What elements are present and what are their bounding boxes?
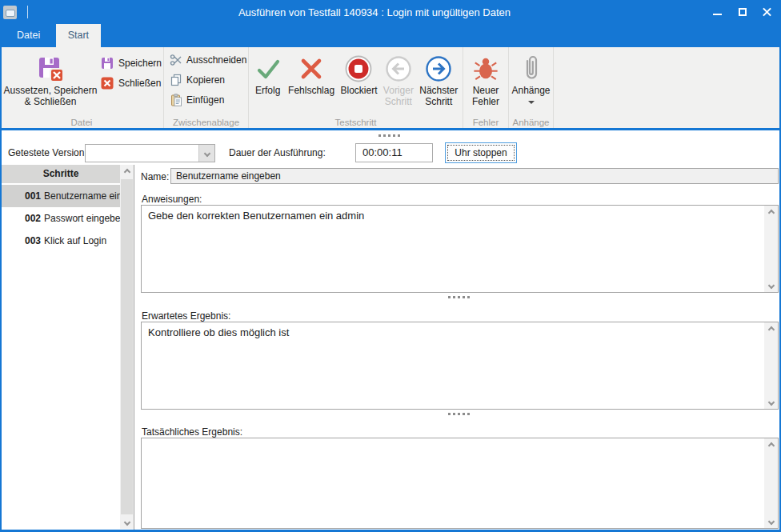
scroll-up-button[interactable]: [120, 165, 134, 178]
datei-small-buttons: Speichern Schließen: [101, 50, 162, 128]
scroll-down-button[interactable]: [120, 515, 134, 529]
chevron-down-icon: [767, 398, 774, 405]
ausschneiden-label: Ausschneiden: [186, 54, 246, 66]
erwartetes-ergebnis-label: Erwartetes Ergebnis:: [142, 310, 230, 322]
tab-datei[interactable]: Datei: [5, 24, 52, 47]
scroll-down-button[interactable]: [764, 278, 778, 292]
ribbon-group-testschritt: Erfolg Fehlschlag Blocki: [249, 47, 463, 128]
chevron-down-icon: [203, 150, 210, 156]
erwartetes-scrollbar[interactable]: [764, 322, 778, 409]
kopieren-label: Kopieren: [186, 74, 225, 86]
version-dropdown-button[interactable]: [198, 145, 214, 162]
anhaenge-dropdown-caret-icon: [528, 101, 535, 104]
paste-icon: [169, 93, 182, 106]
previous-step-icon: [384, 53, 413, 85]
test-run-window: Ausführen von Testfall 140934 : Login mi…: [0, 0, 781, 532]
minimize-icon: [713, 14, 722, 15]
version-label: Getestete Version:: [8, 147, 87, 158]
chevron-down-icon: [767, 518, 774, 524]
steps-header: Schritte: [2, 165, 120, 183]
group-caption-zwischenablage: Zwischenablage: [164, 118, 248, 127]
version-combobox-value: [86, 145, 198, 162]
voriger-schritt-button[interactable]: Voriger Schritt: [383, 50, 414, 114]
scroll-down-button[interactable]: [764, 514, 778, 528]
neuer-fehler-label-line1: Neuer: [473, 85, 499, 96]
step-number: 003: [25, 235, 41, 246]
horizontal-splitter-grip-top[interactable]: [378, 134, 400, 137]
stop-clock-button[interactable]: Uhr stoppen: [445, 142, 517, 163]
scroll-up-button[interactable]: [764, 438, 778, 452]
voriger-label-line2: Schritt: [385, 96, 412, 107]
naechster-label-line2: Schritt: [425, 96, 452, 107]
step-label: Klick auf Login: [44, 235, 106, 246]
window-title: Ausführen von Testfall 140934 : Login mi…: [48, 6, 701, 18]
scroll-up-button[interactable]: [764, 206, 778, 219]
einfuegen-button[interactable]: Einfügen: [169, 90, 248, 110]
voriger-label-line1: Voriger: [383, 85, 414, 96]
step-number: 002: [25, 213, 41, 224]
maximize-icon: [739, 8, 747, 16]
anweisungen-textarea[interactable]: Gebe den korrekten Benutzernamen ein adm…: [141, 205, 779, 293]
step-number: 001: [25, 190, 41, 202]
naechster-schritt-button[interactable]: Nächster Schritt: [419, 50, 458, 114]
scrollbar-thumb[interactable]: [121, 179, 133, 514]
einfuegen-label: Einfügen: [186, 94, 224, 106]
ausschneiden-button[interactable]: Ausschneiden: [169, 50, 248, 70]
tatsaechliches-scrollbar[interactable]: [764, 438, 778, 528]
naechster-label-line1: Nächster: [419, 85, 458, 96]
blocked-stop-icon: [344, 53, 373, 85]
ribbon-group-datei: Aussetzen, Speichern & Schließen Speiche: [0, 47, 164, 128]
scroll-down-button[interactable]: [764, 395, 778, 409]
fail-x-icon: [298, 53, 325, 85]
window-controls: [705, 0, 779, 24]
titlebar: Ausführen von Testfall 140934 : Login mi…: [0, 0, 781, 24]
scroll-up-button[interactable]: [764, 322, 778, 336]
minimize-button[interactable]: [705, 0, 730, 24]
group-caption-datei: Datei: [0, 118, 163, 127]
group-caption-fehler: Fehler: [463, 118, 508, 127]
ribbon-group-fehler: Neuer Fehler Fehler: [463, 47, 509, 128]
erfolg-button[interactable]: Erfolg: [254, 50, 282, 114]
schliessen-button[interactable]: Schließen: [101, 73, 162, 93]
aussetzen-label-line1: Aussetzen, Speichern: [4, 85, 98, 96]
erwartetes-ergebnis-textarea[interactable]: Kontrolliere ob dies möglich ist: [141, 322, 779, 410]
horizontal-splitter-grip-2[interactable]: [448, 413, 470, 415]
maximize-button[interactable]: [730, 0, 755, 24]
kopieren-button[interactable]: Kopieren: [169, 70, 248, 90]
app-icon[interactable]: [3, 6, 17, 19]
close-red-icon: [101, 76, 114, 90]
step-row-001[interactable]: 001Benutzername eingeben: [2, 185, 120, 207]
step-label: Passwort eingeben: [44, 213, 120, 224]
step-row-003[interactable]: 003Klick auf Login: [2, 230, 120, 252]
tatsaechliches-ergebnis-textarea[interactable]: [141, 438, 779, 529]
schliessen-label: Schließen: [118, 78, 161, 89]
tatsaechliches-ergebnis-label: Tatsächliches Ergebnis:: [142, 426, 242, 438]
ribbon-group-anhaenge: Anhänge Anhänge: [509, 47, 554, 128]
close-button[interactable]: [755, 0, 779, 24]
steps-scrollbar[interactable]: [120, 165, 134, 529]
anweisungen-text: Gebe den korrekten Benutzernamen ein adm…: [142, 206, 764, 292]
fehlschlag-label: Fehlschlag: [288, 85, 334, 96]
blockiert-button[interactable]: Blockiert: [340, 50, 377, 114]
aussetzen-speichern-schliessen-button[interactable]: Aussetzen, Speichern & Schließen: [2, 50, 99, 114]
stop-clock-label: Uhr stoppen: [455, 147, 507, 158]
neuer-fehler-button[interactable]: Neuer Fehler: [463, 50, 508, 114]
anweisungen-scrollbar[interactable]: [764, 206, 778, 292]
bug-icon: [472, 53, 499, 85]
anhaenge-label: Anhänge: [511, 85, 550, 96]
fehlschlag-button[interactable]: Fehlschlag: [288, 50, 334, 114]
step-row-002[interactable]: 002Passwort eingeben: [2, 207, 120, 230]
close-icon: [762, 7, 772, 18]
name-field[interactable]: Benutzername eingeben: [170, 168, 779, 184]
horizontal-splitter-grip-1[interactable]: [448, 296, 470, 298]
version-combobox[interactable]: [85, 144, 215, 162]
name-label: Name:: [141, 171, 169, 182]
ribbon: Aussetzen, Speichern & Schließen Speiche: [0, 47, 781, 130]
neuer-fehler-label-line2: Fehler: [472, 96, 499, 107]
speichern-button[interactable]: Speichern: [101, 53, 162, 73]
ribbon-empty-area: [554, 47, 781, 128]
tab-start[interactable]: Start: [56, 24, 101, 47]
duration-field[interactable]: 00:00:11: [355, 143, 433, 162]
anhaenge-button[interactable]: Anhänge: [509, 50, 553, 114]
steps-panel: Schritte 001Benutzername eingeben 002Pas…: [2, 165, 134, 530]
